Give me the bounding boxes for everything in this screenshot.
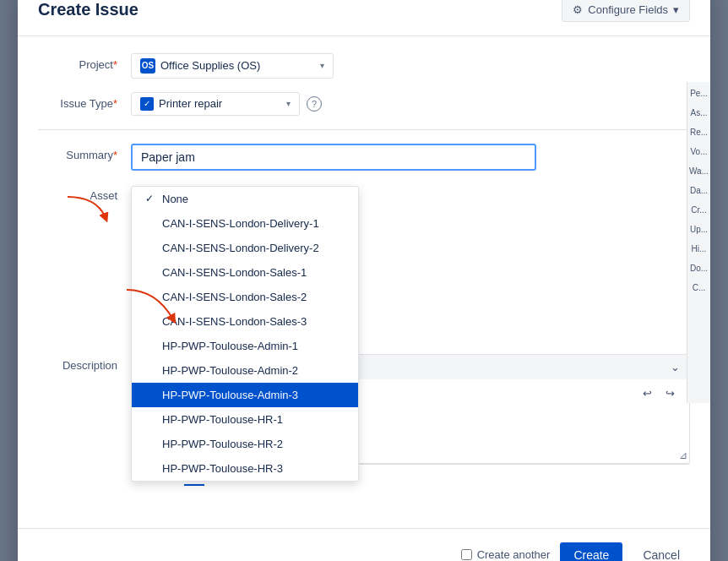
issue-type-chevron-icon: ▾: [286, 99, 291, 108]
right-panel-label-2: As...: [690, 108, 707, 117]
required-star-3: *: [113, 149, 117, 161]
redo-icon: ↪: [666, 387, 675, 400]
right-panel-label-8: Up...: [690, 225, 708, 234]
project-chevron-icon: ▾: [320, 61, 324, 70]
required-star: *: [113, 58, 117, 71]
summary-input[interactable]: [131, 144, 536, 171]
dropdown-item-2[interactable]: CAN-I-SENS-London-Delivery-2: [132, 236, 358, 260]
create-another-text: Create another: [477, 548, 551, 561]
right-panel-label-11: C...: [693, 283, 706, 292]
right-panel: Pe... As... Re... Vo... Wa... Da... Cr..…: [687, 82, 710, 403]
summary-row: Summary*: [38, 144, 690, 171]
modal-header: Create Issue ⚙ Configure Fields ▾: [18, 0, 710, 36]
dropdown-item-8[interactable]: HP-PWP-Toulouse-Admin-3: [132, 383, 358, 407]
project-icon: OS: [140, 58, 155, 74]
expand-icon: ⌄: [671, 361, 680, 373]
dropdown-item-5[interactable]: CAN-I-SENS-London-Sales-3: [132, 309, 358, 334]
right-panel-label-7: Cr...: [691, 205, 706, 215]
undo-btn[interactable]: ↩: [638, 384, 656, 402]
dropdown-item-1[interactable]: CAN-I-SENS-London-Delivery-1: [132, 211, 358, 236]
issue-type-icon: ✓: [140, 97, 154, 111]
summary-field: [131, 144, 690, 171]
gear-icon: ⚙: [573, 3, 583, 16]
issue-type-value: Printer repair: [159, 97, 222, 110]
project-select[interactable]: OS Office Supplies (OS) ▾: [131, 53, 334, 79]
asset-row: Asset ✓ None CAN-I-SENS-London-Delivery-…: [38, 184, 690, 202]
required-star-2: *: [113, 97, 117, 110]
dropdown-item-6[interactable]: HP-PWP-Toulouse-Admin-1: [132, 334, 358, 358]
issue-type-row: Issue Type* ✓ Printer repair ▾ ?: [38, 92, 690, 116]
configure-fields-button[interactable]: ⚙ Configure Fields ▾: [562, 0, 690, 22]
check-icon-none: ✓: [145, 193, 157, 204]
toolbar-expand-btn[interactable]: ⌄: [666, 358, 684, 376]
right-panel-label-4: Vo...: [690, 147, 707, 156]
project-value: Office Supplies (OS): [160, 59, 260, 72]
asset-dropdown[interactable]: ✓ None CAN-I-SENS-London-Delivery-1 CAN-…: [131, 186, 359, 482]
summary-label: Summary*: [38, 144, 131, 161]
dropdown-item-4[interactable]: CAN-I-SENS-London-Sales-2: [132, 285, 358, 309]
right-panel-label-5: Wa...: [689, 166, 709, 176]
dropdown-item-11[interactable]: HP-PWP-Toulouse-HR-3: [132, 456, 358, 481]
resize-handle[interactable]: ⊿: [679, 449, 687, 461]
modal-title: Create Issue: [38, 0, 139, 19]
project-label: Project*: [38, 53, 131, 71]
asset-label: Asset: [38, 184, 131, 202]
modal-footer: Create another Create Cancel: [18, 528, 710, 562]
cancel-button[interactable]: Cancel: [633, 542, 690, 562]
chevron-down-icon: ▾: [673, 3, 679, 16]
configure-fields-label: Configure Fields: [588, 3, 668, 16]
section-divider: [38, 129, 690, 130]
dropdown-item-9[interactable]: HP-PWP-Toulouse-HR-1: [132, 407, 358, 432]
project-field: OS Office Supplies (OS) ▾: [131, 53, 690, 79]
description-label: Description: [38, 354, 131, 372]
modal-overlay: Create Issue ⚙ Configure Fields ▾ Projec…: [0, 0, 728, 561]
right-panel-label-3: Re...: [690, 128, 708, 137]
issue-type-label: Issue Type*: [38, 92, 131, 110]
help-icon[interactable]: ?: [307, 96, 322, 112]
issue-type-field: ✓ Printer repair ▾ ?: [131, 92, 690, 116]
redo-btn[interactable]: ↪: [661, 384, 679, 402]
right-panel-label-6: Da...: [690, 186, 708, 195]
dropdown-item-none[interactable]: ✓ None: [132, 187, 358, 211]
project-row: Project* OS Office Supplies (OS) ▾: [38, 53, 690, 79]
issue-type-select[interactable]: ✓ Printer repair ▾: [131, 92, 300, 116]
create-issue-modal: Create Issue ⚙ Configure Fields ▾ Projec…: [18, 0, 710, 561]
undo-icon: ↩: [643, 387, 652, 400]
right-panel-label-10: Do...: [690, 264, 708, 273]
dropdown-item-3[interactable]: CAN-I-SENS-London-Sales-1: [132, 260, 358, 285]
right-panel-label-9: Hi...: [692, 244, 707, 253]
dropdown-item-7[interactable]: HP-PWP-Toulouse-Admin-2: [132, 358, 358, 383]
dropdown-item-10[interactable]: HP-PWP-Toulouse-HR-2: [132, 432, 358, 456]
create-another-label[interactable]: Create another: [461, 548, 551, 561]
modal-body: Project* OS Office Supplies (OS) ▾ Issue…: [18, 36, 710, 521]
right-panel-label-1: Pe...: [690, 89, 708, 98]
create-button[interactable]: Create: [560, 542, 622, 562]
create-another-checkbox[interactable]: [461, 549, 472, 560]
